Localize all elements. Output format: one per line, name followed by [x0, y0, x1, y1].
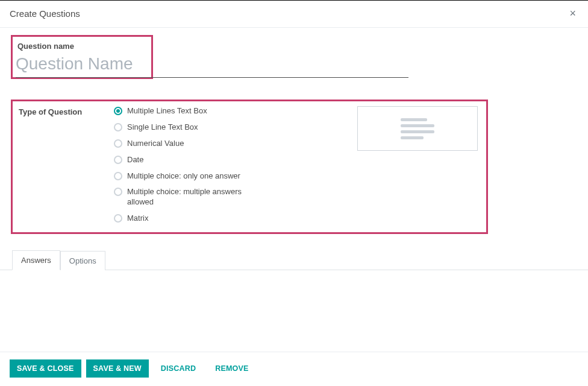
type-option-single-line-text-box[interactable]: Single Line Text Box	[114, 122, 252, 133]
create-questions-modal: Create Questions × Question name Type of…	[0, 0, 588, 386]
tab-answers[interactable]: Answers	[12, 250, 60, 270]
question-type-label: Type of Question	[19, 106, 102, 224]
save-and-new-button[interactable]: Save & New	[86, 359, 149, 378]
type-option-label: Multiple choice: only one answer	[127, 171, 240, 182]
modal-body: Question name Type of Question Multiple …	[0, 28, 588, 352]
close-icon: ×	[569, 7, 576, 19]
radio-icon	[114, 188, 122, 196]
question-type-preview	[357, 106, 478, 151]
radio-icon	[114, 172, 122, 180]
type-option-mc-multiple-answers[interactable]: Multiple choice: multiple answers allowe…	[114, 187, 252, 207]
radio-icon	[114, 123, 122, 131]
type-option-mc-one-answer[interactable]: Multiple choice: only one answer	[114, 171, 252, 182]
type-option-multiple-lines-text-box[interactable]: Multiple Lines Text Box	[114, 106, 252, 116]
type-option-label: Multiple Lines Text Box	[127, 106, 207, 116]
question-type-section: Type of Question Multiple Lines Text Box…	[11, 100, 488, 234]
type-option-label: Matrix	[127, 214, 148, 224]
radio-icon	[114, 107, 122, 115]
text-lines-icon	[401, 118, 434, 139]
close-button[interactable]: ×	[567, 8, 578, 19]
modal-footer: Save & Close Save & New Discard Remove	[0, 352, 588, 386]
save-and-close-button[interactable]: Save & Close	[10, 359, 81, 378]
type-option-label: Single Line Text Box	[127, 122, 198, 133]
question-name-input[interactable]	[16, 53, 408, 78]
tab-content-answers	[7, 270, 581, 318]
type-option-label: Date	[127, 155, 143, 165]
modal-title: Create Questions	[10, 8, 80, 19]
type-option-date[interactable]: Date	[114, 155, 252, 165]
modal-header: Create Questions ×	[0, 1, 588, 28]
radio-icon	[114, 214, 122, 223]
type-option-label: Numerical Value	[127, 139, 184, 149]
question-type-options: Multiple Lines Text Box Single Line Text…	[114, 106, 252, 224]
tab-options[interactable]: Options	[60, 251, 105, 270]
remove-button[interactable]: Remove	[208, 359, 255, 378]
radio-icon	[114, 156, 122, 164]
question-name-label: Question name	[17, 42, 146, 51]
type-option-label: Multiple choice: multiple answers allowe…	[127, 187, 252, 207]
type-option-matrix[interactable]: Matrix	[114, 214, 252, 224]
question-type-preview-col	[264, 106, 480, 224]
discard-button[interactable]: Discard	[154, 359, 203, 378]
radio-icon	[114, 139, 122, 148]
type-option-numerical-value[interactable]: Numerical Value	[114, 139, 252, 149]
tabs: Answers Options	[0, 248, 588, 270]
